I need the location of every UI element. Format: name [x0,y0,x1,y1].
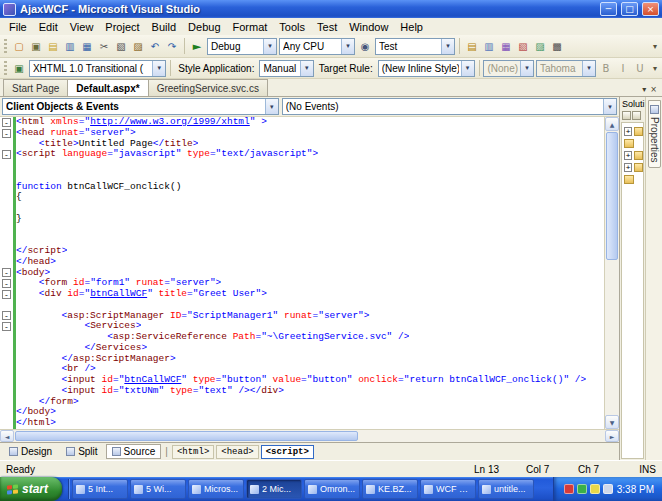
taskbar-button[interactable]: untitle... [478,479,534,499]
tag-chip[interactable]: <script> [261,445,314,459]
code-line[interactable]: </asp:ScriptManager> [0,354,604,365]
tag-chip[interactable]: <head> [216,445,258,459]
code-line[interactable]: -<body> [0,268,604,279]
font-name-combo[interactable]: Tahoma ▾ [536,60,596,77]
menu-window[interactable]: Window [343,20,394,34]
copy-icon[interactable]: ▧ [113,38,129,54]
code-line[interactable]: </script> [0,246,604,257]
code-line[interactable]: <asp:ServiceReference Path="~\GreetingSe… [0,332,604,343]
tab-default-aspx-[interactable]: Default.aspx* [67,79,148,96]
code-line[interactable]: </head> [0,257,604,268]
code-line[interactable]: <input id="txtUNm" type="text" /></div> [0,386,604,397]
horizontal-scrollbar[interactable]: ◄ ► [0,429,619,442]
start-debugging-icon[interactable]: ► [189,38,205,54]
menu-test[interactable]: Test [311,20,343,34]
fold-collapse-margin[interactable]: - [0,289,13,300]
code-line[interactable]: <input id="btnCallWCF" type="button" val… [0,375,604,386]
chevron-down-icon[interactable]: ▾ [300,61,313,76]
menu-view[interactable]: View [64,20,100,34]
bold-icon[interactable]: B [598,60,614,76]
code-line[interactable]: -<script language="javascript" type="tex… [0,149,604,160]
client-objects-combo[interactable]: Client Objects & Events ▾ [2,98,279,115]
format-selection-icon[interactable]: ▣ [11,60,27,76]
menu-format[interactable]: Format [227,20,274,34]
code-line[interactable]: { [0,192,604,203]
open-file-icon[interactable]: ▤ [45,38,61,54]
vertical-scroll-thumb[interactable] [606,132,618,260]
menu-file[interactable]: File [3,20,33,34]
horizontal-scroll-thumb[interactable] [15,431,358,441]
tree-row[interactable] [622,173,643,185]
solution-explorer-panel[interactable]: Soluti +++ [619,97,645,460]
code-line[interactable]: -<head runat="server"> [0,128,604,139]
debug-configuration-combo[interactable]: Debug ▾ [207,38,277,55]
menu-help[interactable]: Help [394,20,429,34]
taskbar-clock[interactable]: 3:38 PM [617,484,654,495]
code-line[interactable]: function btnCallWCF_onclick() [0,182,604,193]
taskbar-button[interactable]: 5 Wi... [130,479,186,499]
active-files-dropdown-icon[interactable]: ▾ [642,85,646,94]
solution-tree[interactable]: +++ [621,122,644,459]
collapse-box-icon[interactable]: - [2,290,11,299]
scroll-down-icon[interactable]: ▼ [605,415,619,429]
chevron-down-icon[interactable]: ▾ [520,61,533,76]
code-line[interactable]: } [0,214,604,225]
scroll-right-icon[interactable]: ► [605,430,619,442]
menu-debug[interactable]: Debug [182,20,226,34]
collapse-box-icon[interactable]: - [2,279,11,288]
start-button[interactable]: start [0,477,62,501]
collapse-box-icon[interactable]: - [2,322,11,331]
code-line[interactable] [0,171,604,182]
fold-collapse-margin[interactable]: - [0,117,13,128]
collapse-box-icon[interactable]: - [2,268,11,277]
menu-tools[interactable]: Tools [273,20,311,34]
menu-edit[interactable]: Edit [33,20,64,34]
tree-row[interactable]: + [622,125,643,137]
tray-shield-icon[interactable] [564,484,574,494]
cut-icon[interactable]: ✂ [96,38,112,54]
style-application-combo[interactable]: Manual ▾ [259,60,313,77]
chevron-down-icon[interactable]: ▾ [441,39,454,54]
maximize-button[interactable]: □ [621,2,638,16]
redo-icon[interactable]: ↷ [164,38,180,54]
chevron-down-icon[interactable]: ▾ [152,61,165,76]
add-new-item-icon[interactable]: ▣ [28,38,44,54]
find-combo[interactable]: Test ▾ [375,38,455,55]
code-line[interactable]: -<html xmlns="http://www.w3.org/1999/xht… [0,117,604,128]
fold-collapse-margin[interactable]: - [0,128,13,139]
menu-build[interactable]: Build [146,20,182,34]
code-line[interactable]: </body> [0,407,604,418]
taskbar-button[interactable]: 2 Mic... [246,479,302,499]
save-icon[interactable]: ▥ [62,38,78,54]
tag-chip[interactable]: <html> [172,445,214,459]
italic-icon[interactable]: I [615,60,631,76]
chevron-down-icon[interactable]: ▾ [341,39,354,54]
scroll-up-icon[interactable]: ▲ [605,117,619,131]
taskbar-button[interactable]: Micros... [188,479,244,499]
undo-icon[interactable]: ↶ [147,38,163,54]
tray-volume-icon[interactable] [603,484,613,494]
minimize-button[interactable]: ─ [600,2,617,16]
code-line[interactable] [0,225,604,236]
css-class-combo[interactable]: (None) ▾ [483,60,533,77]
close-button[interactable]: × [642,2,659,16]
toolbox-icon[interactable]: ▧ [515,38,531,54]
code-line[interactable] [0,160,604,171]
toolbar-grip[interactable] [4,39,7,53]
tree-row[interactable]: + [622,161,643,173]
tray-update-icon[interactable] [590,484,600,494]
fold-collapse-margin[interactable]: - [0,321,13,332]
events-combo[interactable]: (No Events) ▾ [282,98,617,115]
tray-network-icon[interactable] [577,484,587,494]
design-view-button[interactable]: Design [3,444,58,459]
horizontal-scroll-track[interactable] [14,430,605,442]
code-editor[interactable]: -<html xmlns="http://www.w3.org/1999/xht… [0,117,604,429]
chevron-down-icon[interactable]: ▾ [265,99,278,114]
collapse-box-icon[interactable]: - [2,150,11,159]
fold-collapse-margin[interactable]: - [0,268,13,279]
toolbar-overflow-icon[interactable]: ▾ [650,42,660,51]
tree-row[interactable] [622,137,643,149]
vertical-scroll-track[interactable] [605,131,619,415]
code-line[interactable]: - <asp:ScriptManager ID="ScriptManager1"… [0,311,604,322]
find-in-files-icon[interactable]: ◉ [357,38,373,54]
